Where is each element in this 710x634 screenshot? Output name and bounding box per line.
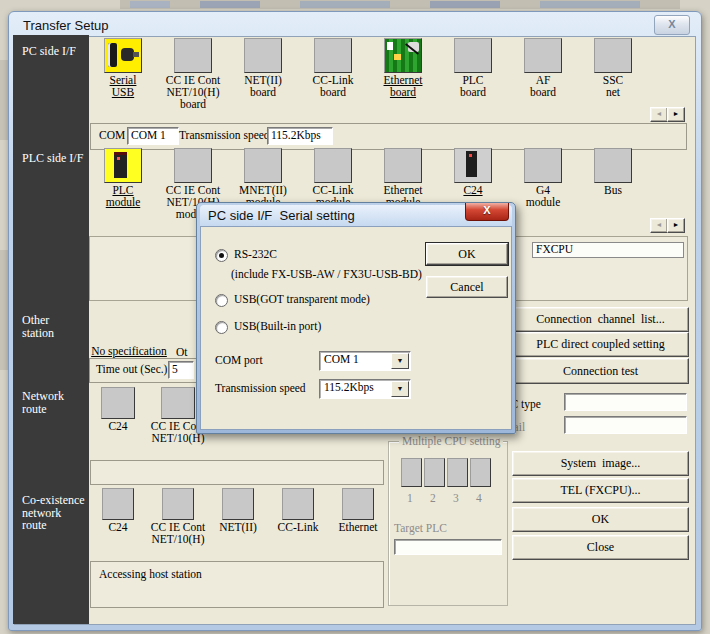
connection-channel-list-button[interactable]: Connection channel list... <box>512 307 689 332</box>
window-title: Transfer Setup <box>23 16 109 34</box>
sidebar-label-network-route: Network route <box>22 390 88 415</box>
gray-icon <box>101 387 135 419</box>
com-value-field: COM 1 <box>127 127 179 145</box>
icon-label: SSCnet <box>578 74 648 98</box>
timeout-label: Time out (Sec.) <box>96 363 167 375</box>
dialog-close-button[interactable]: X <box>465 203 509 221</box>
cpu-slot-3 <box>447 458 468 487</box>
arrow-right-icon: ► <box>673 109 680 120</box>
pc-if-item-ssc[interactable]: SSCnet <box>578 38 648 98</box>
gray-icon <box>524 148 562 183</box>
plc-row-scroll-left-button[interactable]: ◄ <box>650 218 668 233</box>
coexistence-item-ethernet[interactable]: Ethernet <box>328 488 388 533</box>
plc-if-item-g4[interactable]: G4module <box>508 148 578 208</box>
icon-label: C24 <box>88 521 148 533</box>
toolbar-fragment <box>540 1 640 8</box>
cpu-number-1: 1 <box>407 492 413 504</box>
pc-side-serial-setting-dialog: PC side I/F Serial setting X RS-232C (in… <box>196 202 516 434</box>
tel-fxcpu-button[interactable]: TEL (FXCPU)... <box>512 478 689 503</box>
icon-label: Ethernetboard <box>368 74 438 98</box>
arrow-left-icon: ◄ <box>656 109 663 120</box>
pc-if-item-net-ii-[interactable]: NET(II)board <box>228 38 298 98</box>
com-settings-bar: COM COM 1 Transmission speed 115.2Kbps <box>90 123 687 150</box>
ok-button[interactable]: OK <box>512 507 689 532</box>
plc-if-item-c24[interactable]: C24 <box>438 148 508 196</box>
plc-if-item-mnet-ii-[interactable]: MNET(II)module <box>228 148 298 208</box>
pc-if-item-plc[interactable]: PLCboard <box>438 38 508 98</box>
toolbar-fragment <box>430 1 500 8</box>
connection-test-button[interactable]: Connection test <box>512 358 689 384</box>
dialog-cancel-label: Cancel <box>450 280 483 295</box>
plc-if-item-bus[interactable]: Bus <box>578 148 648 196</box>
coexistence-item-cc-ie-cont[interactable]: CC IE ContNET/10(H) <box>148 488 208 545</box>
coexistence-item-c24[interactable]: C24 <box>88 488 148 533</box>
gray-icon <box>161 387 195 419</box>
transmission-speed-value-field: 115.2Kbps <box>267 127 333 145</box>
dialog-body: RS-232C (include FX-USB-AW / FX3U-USB-BD… <box>200 226 512 430</box>
sidebar-label-pc-side: PC side I/F <box>22 45 88 58</box>
plc-module-icon <box>104 148 142 183</box>
speed-select[interactable]: 115.2Kbps ▼ <box>319 379 411 399</box>
gray-icon <box>524 38 562 73</box>
multiple-cpu-title: Multiple CPU setting <box>399 435 503 447</box>
category-sidebar: PC side I/F PLC side I/F Other station N… <box>13 35 89 624</box>
chevron-down-icon[interactable]: ▼ <box>391 353 409 369</box>
rs232c-radio-label[interactable]: RS-232C <box>234 248 277 260</box>
icon-label: CC IE ContNET/10(H) <box>148 521 208 545</box>
gray-icon <box>102 488 134 520</box>
pc-if-item-af[interactable]: AFboard <box>508 38 578 98</box>
cpu-type-list-item[interactable]: FXCPU <box>532 242 684 258</box>
coexistence-item-net-ii-[interactable]: NET(II) <box>208 488 268 533</box>
system-image-button[interactable]: System image... <box>512 451 689 476</box>
coexistence-item-cc-link[interactable]: CC-Link <box>268 488 328 533</box>
icon-label: NET(II) <box>208 521 268 533</box>
include-note: (include FX-USB-AW / FX3U-USB-BD) <box>231 268 422 280</box>
dialog-cancel-button[interactable]: Cancel <box>426 276 508 298</box>
close-button[interactable]: Close <box>512 535 689 560</box>
icon-label: G4module <box>508 184 578 208</box>
plc-if-item-ethernet[interactable]: Ethernetmodule <box>368 148 438 208</box>
com-port-select[interactable]: COM 1 ▼ <box>319 351 411 371</box>
cpu-slot-2 <box>424 458 445 487</box>
system-image-label: System image... <box>561 456 641 471</box>
gray-icon <box>282 488 314 520</box>
speed-value: 115.2Kbps <box>324 381 374 393</box>
usb-got-radio-label[interactable]: USB(GOT transparent mode) <box>234 293 370 305</box>
c24-icon <box>454 148 492 183</box>
pc-if-item-cc-ie-cont[interactable]: CC IE ContNET/10(H)board <box>158 38 228 110</box>
plc-direct-coupled-setting-button[interactable]: PLC direct coupled setting <box>512 332 689 357</box>
other-station-more-label[interactable]: Ot <box>176 346 188 358</box>
dialog-ok-button[interactable]: OK <box>426 243 508 265</box>
timeout-value-field[interactable]: 5 <box>168 361 194 379</box>
usb-builtin-radio[interactable] <box>215 321 228 334</box>
gray-icon <box>314 38 352 73</box>
plc-type-field[interactable] <box>564 393 687 411</box>
icon-label: SerialUSB <box>88 74 158 98</box>
com-port-value: COM 1 <box>324 353 359 365</box>
usb-got-radio[interactable] <box>215 294 228 307</box>
pc-if-item-ethernet[interactable]: Ethernetboard <box>368 38 438 98</box>
icon-label: CC-Link <box>268 521 328 533</box>
detail-field <box>564 416 687 434</box>
accessing-box: Accessing host station <box>90 561 384 608</box>
chevron-down-icon[interactable]: ▼ <box>391 381 409 397</box>
usb-builtin-radio-label[interactable]: USB(Built-in port) <box>234 320 321 332</box>
close-icon: X <box>668 18 675 30</box>
cpu-slot-4 <box>470 458 491 487</box>
plc-row-scroll-right-button[interactable]: ► <box>667 218 685 233</box>
connection-channel-list-label: Connection channel list... <box>536 312 664 327</box>
rs232c-radio[interactable] <box>215 249 228 262</box>
pc-if-item-cc-link[interactable]: CC-Linkboard <box>298 38 368 98</box>
toolbar-fragment <box>130 1 170 8</box>
network-route-item-c24[interactable]: C24 <box>88 387 148 432</box>
arrow-right-icon: ► <box>673 220 680 231</box>
plc-if-item-cc-link[interactable]: CC-Linkmodule <box>298 148 368 208</box>
plc-if-item-plc[interactable]: PLCmodule <box>88 148 158 208</box>
sidebar-label-other-station: Other station <box>22 314 88 339</box>
no-specification-label[interactable]: No specification <box>85 345 173 357</box>
pc-if-item-serial[interactable]: SerialUSB <box>88 38 158 98</box>
pc-row-scroll-right-button[interactable]: ► <box>667 107 685 122</box>
com-label: COM <box>99 129 125 141</box>
pc-row-scroll-left-button[interactable]: ◄ <box>650 107 668 122</box>
window-close-button[interactable]: X <box>654 15 690 35</box>
